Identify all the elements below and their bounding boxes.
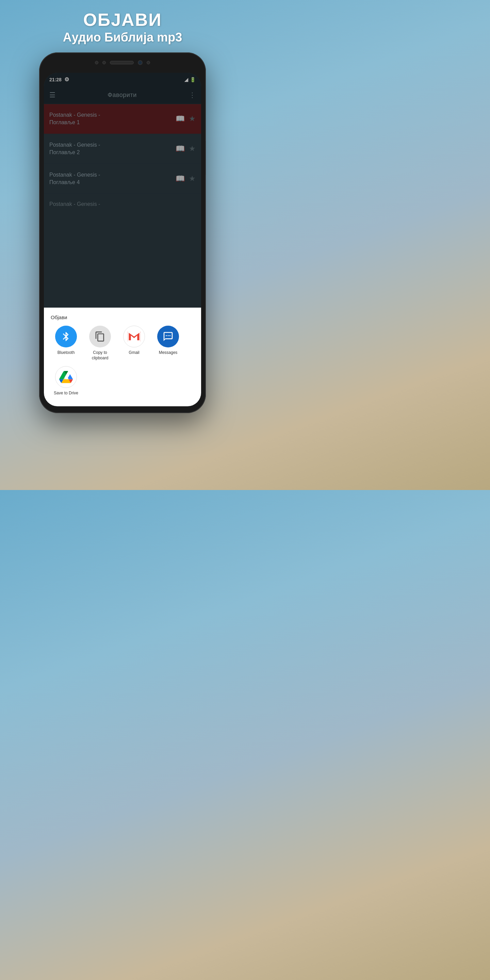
drive-label: Save to Drive	[54, 391, 78, 396]
clipboard-icon-circle	[89, 326, 111, 347]
messages-label: Messages	[159, 350, 178, 356]
bluetooth-label: Bluetooth	[57, 350, 75, 356]
share-item-messages[interactable]: Messages	[153, 326, 183, 361]
phone-top-bar	[85, 57, 160, 68]
phone-dot-right	[147, 61, 150, 64]
share-sheet: Објави Bluetooth	[44, 308, 201, 406]
gmail-label: Gmail	[129, 350, 139, 356]
clipboard-svg-icon	[95, 331, 105, 342]
phone-frame: 21:28 ⚙ ◢ 🔋 ☰ Фаворити ⋮ Postanak - Gene…	[39, 52, 206, 413]
share-sheet-title: Објави	[44, 314, 201, 326]
side-button-right	[205, 141, 206, 175]
page-header: ОБЈАВИ Аудио Библија mp3	[63, 10, 182, 46]
messages-icon-circle	[157, 326, 179, 347]
side-button-left1	[39, 127, 40, 148]
phone-sensor	[102, 61, 106, 64]
phone-speaker	[110, 61, 134, 64]
drive-icon-circle	[55, 366, 77, 388]
drive-svg-icon	[59, 371, 73, 383]
share-item-bluetooth[interactable]: Bluetooth	[51, 326, 81, 361]
gmail-icon-circle	[123, 326, 145, 347]
share-item-clipboard[interactable]: Copy to clipboard	[85, 326, 115, 361]
clipboard-label: Copy to clipboard	[85, 350, 115, 361]
messages-svg-icon	[163, 331, 173, 342]
screen-content: 21:28 ⚙ ◢ 🔋 ☰ Фаворити ⋮ Postanak - Gene…	[44, 73, 201, 406]
header-title-line1: ОБЈАВИ	[63, 10, 182, 30]
header-title-line2: Аудио Библија mp3	[63, 30, 182, 46]
phone-camera	[138, 60, 143, 65]
dim-overlay	[44, 73, 201, 328]
bluetooth-icon-circle	[55, 326, 77, 347]
share-item-gmail[interactable]: Gmail	[119, 326, 150, 361]
phone-dot-left	[95, 61, 98, 64]
bluetooth-svg-icon	[60, 331, 72, 342]
share-icons-row1: Bluetooth Copy to clipboard	[44, 326, 201, 361]
side-button-left2	[39, 154, 40, 182]
share-item-drive[interactable]: Save to Drive	[51, 366, 81, 396]
gmail-svg-icon	[127, 332, 140, 341]
phone-screen: 21:28 ⚙ ◢ 🔋 ☰ Фаворити ⋮ Postanak - Gene…	[44, 73, 201, 406]
share-icons-row2: Save to Drive	[44, 366, 201, 396]
